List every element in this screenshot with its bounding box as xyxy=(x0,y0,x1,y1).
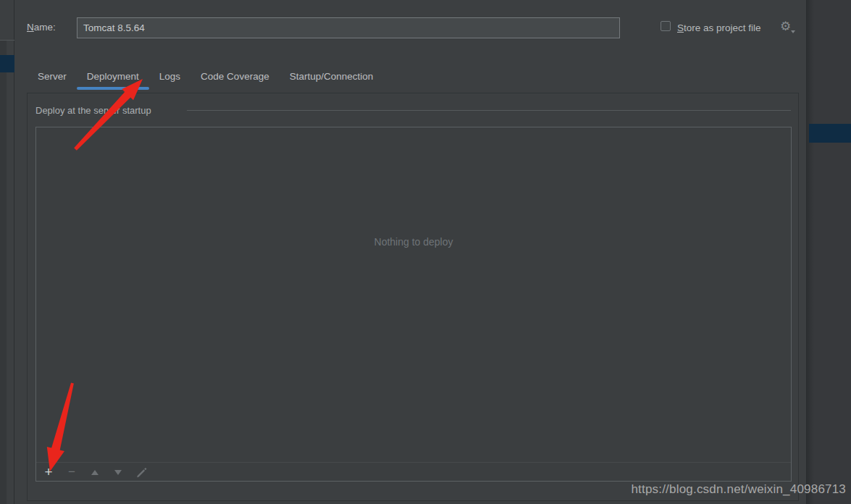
empty-deploy-message: Nothing to deploy xyxy=(36,236,791,248)
tab-code-coverage[interactable]: Code Coverage xyxy=(190,66,280,90)
deploy-toolbar: + − xyxy=(36,463,791,482)
name-input-value: Tomcat 8.5.64 xyxy=(83,22,145,33)
tab-startup-connection[interactable]: Startup/Connection xyxy=(280,66,384,90)
config-tabs: Server Deployment Logs Code Coverage Sta… xyxy=(28,66,383,90)
tree-panel-shade xyxy=(0,40,7,504)
edit-artifact-button[interactable] xyxy=(135,466,147,478)
tab-server[interactable]: Server xyxy=(28,66,77,90)
add-artifact-button[interactable]: + xyxy=(43,466,54,478)
deploy-group-title: Deploy at the server startup xyxy=(35,105,151,116)
tree-toolbar-divider xyxy=(0,40,14,41)
tab-deployment[interactable]: Deployment xyxy=(77,66,149,90)
gear-dropdown-caret xyxy=(791,30,795,33)
plus-icon: + xyxy=(44,466,52,478)
name-input[interactable]: Tomcat 8.5.64 xyxy=(77,17,620,38)
name-label: Name: xyxy=(27,22,56,33)
config-tree-sliver xyxy=(0,0,14,504)
down-arrow-icon xyxy=(114,470,122,475)
store-as-project-file-label[interactable]: Store as project file xyxy=(677,22,761,33)
dialog-shadow xyxy=(807,0,814,504)
move-down-button[interactable] xyxy=(112,466,124,478)
move-up-button[interactable] xyxy=(89,466,101,478)
deploy-list-panel[interactable]: Nothing to deploy + − xyxy=(35,127,792,482)
store-options-gear-icon[interactable]: ⚙ xyxy=(780,20,791,34)
tab-logs[interactable]: Logs xyxy=(149,66,190,90)
selected-config-row[interactable] xyxy=(0,55,14,72)
pencil-icon xyxy=(136,467,147,478)
deploy-group-separator xyxy=(187,110,791,111)
background-editor-region xyxy=(806,0,851,504)
remove-artifact-button[interactable]: − xyxy=(66,466,77,478)
background-selection-band xyxy=(809,124,851,143)
store-as-project-file-checkbox[interactable] xyxy=(661,21,671,31)
up-arrow-icon xyxy=(91,470,98,475)
watermark-url: https://blog.csdn.net/weixin_40986713 xyxy=(631,482,846,497)
minus-icon: − xyxy=(68,466,75,478)
